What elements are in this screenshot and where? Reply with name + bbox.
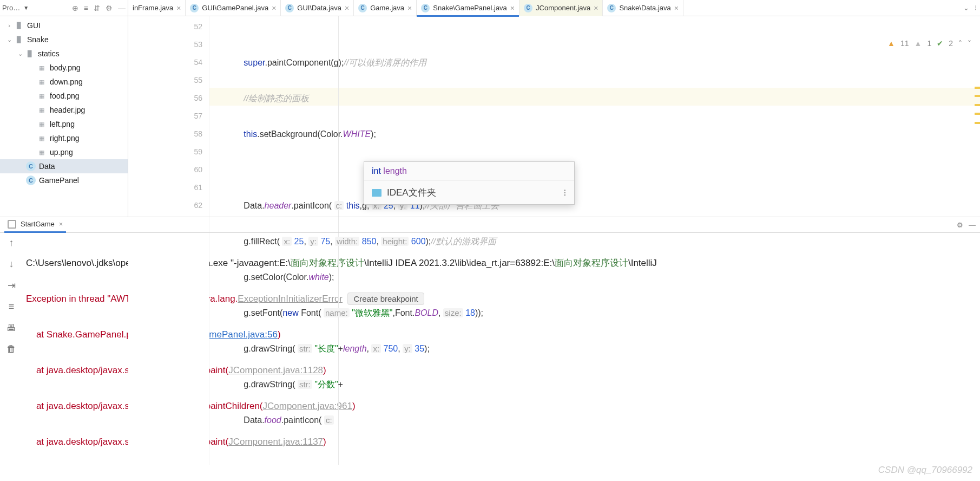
close-icon[interactable]: ×: [272, 4, 276, 12]
hide-icon[interactable]: —: [969, 221, 976, 229]
close-icon[interactable]: ×: [510, 4, 515, 12]
run-icon: [8, 220, 16, 229]
chevron-down-icon[interactable]: ⌄: [963, 4, 969, 12]
project-tree[interactable]: ›▉GUI ⌄▉Snake ⌄▉statics ▦body.png ▦down.…: [0, 16, 128, 217]
tab-gui-data[interactable]: CGUI\Data.java×: [281, 0, 354, 16]
gear-icon[interactable]: ⚙: [106, 4, 113, 12]
warning-icon: ▲: [887, 39, 895, 48]
close-icon[interactable]: ×: [674, 4, 679, 12]
class-icon: C: [26, 176, 36, 185]
file-icon: ▦: [37, 63, 47, 73]
editor-tabs: inFrame.java× CGUI\GamePanel.java× CGUI\…: [128, 0, 980, 16]
tab-jcomponent[interactable]: CJComponent.java×: [519, 0, 603, 16]
close-icon[interactable]: ×: [176, 4, 181, 12]
check-icon: ✔: [937, 39, 943, 48]
quick-doc-popup[interactable]: int length IDEA文件夹⁝: [364, 161, 575, 205]
tree-file[interactable]: ▦body.png: [0, 61, 128, 75]
file-icon: ▦: [37, 119, 47, 129]
class-icon: C: [421, 4, 430, 12]
trash-icon[interactable]: 🗑: [6, 343, 16, 355]
folder-icon: ▉: [14, 21, 24, 30]
tree-file[interactable]: ▦food.png: [0, 89, 128, 103]
tab-inframe[interactable]: inFrame.java×: [128, 0, 186, 16]
popup-type-info: int length: [364, 162, 574, 180]
run-tab-startgame[interactable]: StartGame ×: [4, 217, 66, 233]
close-icon[interactable]: ×: [59, 220, 63, 228]
tree-file[interactable]: ▦left.png: [0, 117, 128, 131]
tree-folder-snake[interactable]: ⌄▉Snake: [0, 32, 128, 47]
file-icon: ▦: [37, 133, 47, 143]
tree-folder-statics[interactable]: ⌄▉statics: [0, 47, 128, 61]
more-icon[interactable]: ⁝: [975, 4, 977, 12]
up-trace-icon[interactable]: ↑: [9, 237, 14, 249]
class-icon: C: [190, 4, 199, 12]
tab-snake-gamepanel[interactable]: CSnake\GamePanel.java×: [417, 0, 519, 16]
sidebar-title[interactable]: Pro…: [2, 4, 20, 12]
code-area[interactable]: super.paintComponent(g);//可以做到清屏的作用 //绘制…: [209, 16, 980, 465]
tree-folder-gui[interactable]: ›▉GUI: [0, 18, 128, 32]
inspection-widget[interactable]: ▲11 ▲1 ✔2 ˄ ˅: [887, 39, 971, 48]
dropdown-icon[interactable]: ▼: [23, 5, 29, 11]
chevron-right-icon: ›: [4, 22, 14, 29]
class-icon: C: [358, 4, 367, 12]
tree-file[interactable]: ▦up.png: [0, 145, 128, 159]
file-icon: ▦: [37, 77, 47, 87]
gear-icon[interactable]: ⚙: [957, 221, 963, 229]
close-icon[interactable]: ×: [345, 4, 349, 12]
tree-file[interactable]: ▦down.png: [0, 75, 128, 89]
tree-file[interactable]: ▦header.jpg: [0, 103, 128, 117]
print-icon[interactable]: 🖶: [6, 322, 16, 334]
run-tool-tabs: StartGame × ⚙—: [0, 217, 980, 233]
code-editor[interactable]: 5253545556575859606162 super.paintCompon…: [128, 16, 980, 465]
tree-class-data[interactable]: CData: [0, 159, 128, 173]
chevron-down-icon: ⌄: [15, 50, 25, 57]
collapse-icon[interactable]: ⇵: [94, 4, 100, 12]
file-icon: ▦: [37, 147, 47, 157]
error-stripe[interactable]: [974, 32, 980, 465]
watermark: CSDN @qq_70966992: [878, 465, 972, 476]
class-icon: C: [26, 161, 36, 171]
more-icon[interactable]: ⁝: [563, 187, 567, 199]
close-icon[interactable]: ×: [594, 4, 598, 12]
down-trace-icon[interactable]: ↓: [9, 258, 14, 270]
run-toolbar: ↑ ↓ ⇥ ≡ 🖶 🗑: [0, 233, 23, 465]
class-icon: C: [285, 4, 294, 12]
folder-icon: [372, 189, 382, 197]
target-icon[interactable]: ⊕: [72, 4, 78, 12]
class-icon: C: [607, 4, 616, 12]
scroll-end-icon[interactable]: ≡: [9, 301, 15, 313]
folder-icon: ▉: [14, 35, 24, 44]
tree-class-gamepanel[interactable]: CGamePanel: [0, 173, 128, 187]
tab-snake-data[interactable]: CSnake\Data.java×: [603, 0, 683, 16]
folder-icon: ▉: [25, 49, 35, 58]
class-icon: C: [524, 4, 532, 12]
close-icon[interactable]: ×: [407, 4, 412, 12]
popup-lookup-item[interactable]: IDEA文件夹⁝: [364, 180, 574, 204]
file-icon: ▦: [37, 105, 47, 115]
hide-icon[interactable]: —: [118, 4, 126, 12]
chevron-up-icon[interactable]: ˄: [958, 39, 962, 48]
weak-warning-icon: ▲: [915, 39, 922, 48]
tab-gui-gamepanel[interactable]: CGUI\GamePanel.java×: [186, 0, 281, 16]
sidebar-header: Pro… ▼ ⊕ ≡ ⇵ ⚙ —: [0, 0, 128, 16]
file-icon: ▦: [37, 91, 47, 101]
chevron-down-icon: ⌄: [4, 36, 14, 43]
tree-file[interactable]: ▦right.png: [0, 131, 128, 145]
chevron-down-icon[interactable]: ˅: [968, 39, 971, 48]
flatten-icon[interactable]: ≡: [84, 4, 88, 12]
tab-game[interactable]: CGame.java×: [354, 0, 417, 16]
soft-wrap-icon[interactable]: ⇥: [8, 280, 16, 291]
project-sidebar: Pro… ▼ ⊕ ≡ ⇵ ⚙ — ›▉GUI ⌄▉Snake ⌄▉statics…: [0, 0, 128, 217]
line-gutter: 5253545556575859606162: [128, 16, 209, 465]
